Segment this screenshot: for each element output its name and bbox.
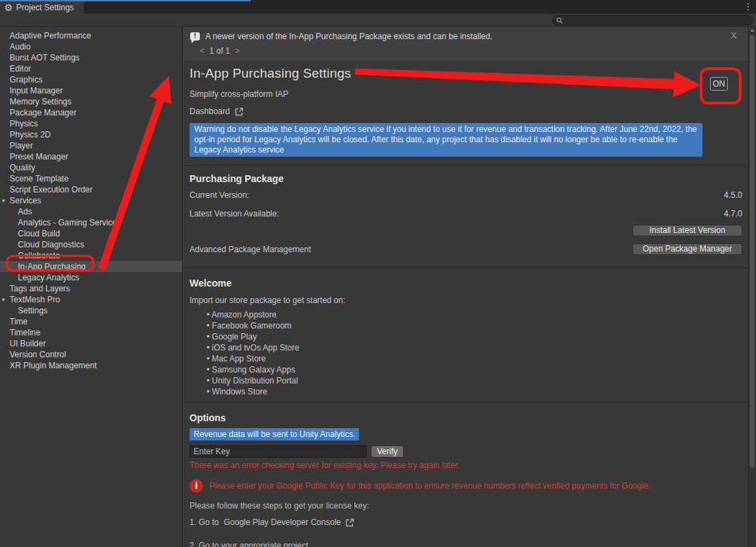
google-play-console-link[interactable]: Google Play Developer Console — [224, 517, 341, 527]
sidebar-item-analytics-gaming-services[interactable]: Analytics - Gaming Services — [0, 217, 182, 228]
sidebar-item-ui-builder[interactable]: UI Builder — [0, 338, 182, 349]
scrollbar-thumb[interactable] — [750, 35, 755, 468]
sidebar-item-burst-aot-settings[interactable]: Burst AOT Settings — [0, 52, 182, 63]
verify-button[interactable]: Verify — [371, 445, 404, 458]
latest-version-value: 4.7.0 — [724, 209, 742, 219]
sidebar-item-label: Quality — [10, 163, 35, 172]
sidebar-item-label: Cloud Build — [18, 229, 60, 238]
sidebar-item-label: Memory Settings — [10, 97, 71, 107]
sidebar-item-physics-2d[interactable]: Physics 2D — [0, 129, 182, 140]
sidebar-item-cloud-diagnostics[interactable]: Cloud Diagnostics — [0, 239, 182, 250]
legacy-analytics-warning: Warning do not disable the Legacy Analyt… — [190, 123, 702, 157]
store-list-item: Amazon Appstore — [207, 309, 742, 320]
sidebar-item-label: Analytics - Gaming Services — [18, 218, 121, 227]
sidebar-item-adaptive-performance[interactable]: Adaptive Performance — [0, 30, 182, 41]
sidebar-item-textmesh-pro[interactable]: ▼TextMesh Pro — [0, 294, 182, 305]
sidebar-item-time[interactable]: Time — [0, 316, 182, 327]
sidebar-item-label: Input Manager — [10, 86, 62, 96]
scroll-up-arrow-icon[interactable]: ▲ — [750, 27, 755, 32]
sidebar-item-preset-manager[interactable]: Preset Manager — [0, 151, 182, 162]
sidebar-item-tags-and-layers[interactable]: Tags and Layers — [0, 283, 182, 294]
sidebar-item-editor[interactable]: Editor — [0, 63, 182, 74]
tab-project-settings[interactable]: ⚙ Project Settings — [0, 1, 84, 14]
pager-next-icon[interactable]: > — [235, 46, 240, 56]
sidebar-item-ads[interactable]: Ads — [0, 206, 182, 217]
sidebar-item-memory-settings[interactable]: Memory Settings — [0, 96, 182, 107]
sidebar-item-in-app-purchasing[interactable]: In-App Purchasing — [0, 261, 182, 272]
sidebar-item-collaborate[interactable]: Collaborate — [0, 250, 182, 261]
sidebar-item-label: Scene Template — [10, 174, 69, 183]
kebab-menu-icon[interactable]: ⋮ — [744, 2, 753, 11]
sidebar-item-settings[interactable]: Settings — [0, 305, 182, 316]
notification-message: A newer version of the In-App Purchasing… — [205, 32, 492, 41]
sidebar-item-label: Preset Manager — [10, 152, 68, 161]
sidebar-item-version-control[interactable]: Version Control — [0, 349, 182, 360]
section-divider — [183, 402, 748, 403]
welcome-intro: Import our store package to get started … — [190, 295, 742, 305]
dashboard-link[interactable]: Dashboard — [190, 107, 230, 116]
sidebar-item-legacy-analytics[interactable]: Legacy Analytics — [0, 272, 182, 283]
sidebar-item-cloud-build[interactable]: Cloud Build — [0, 228, 182, 239]
settings-category-list: Adaptive PerformanceAudioBurst AOT Setti… — [0, 27, 183, 547]
steps-intro-text: Please follow these steps to get your li… — [190, 501, 742, 511]
sidebar-item-label: In-App Purchasing — [18, 262, 86, 271]
external-link-icon[interactable] — [235, 107, 244, 116]
options-heading: Options — [190, 412, 742, 423]
foldout-triangle-icon[interactable]: ▼ — [1, 295, 6, 306]
open-package-manager-button[interactable]: Open Package Manager — [632, 243, 742, 255]
pager-prev-icon[interactable]: < — [200, 46, 205, 56]
sidebar-item-label: Timeline — [10, 328, 41, 337]
error-info-icon — [190, 479, 203, 493]
sidebar-item-label: Player — [10, 141, 33, 150]
store-list-item: Samsung Galaxy Apps — [207, 364, 742, 375]
store-list-item: Mac App Store — [207, 353, 742, 364]
section-divider — [183, 267, 748, 268]
sidebar-item-input-manager[interactable]: Input Manager — [0, 85, 182, 96]
sidebar-item-label: Script Execution Order — [10, 185, 93, 194]
sidebar-item-script-execution-order[interactable]: Script Execution Order — [0, 184, 182, 195]
in-app-purchasing-panel: A newer version of the In-App Purchasing… — [183, 27, 748, 547]
page-title: In-App Purchasing Settings — [190, 66, 742, 81]
sidebar-item-label: Time — [10, 317, 27, 326]
sidebar-item-label: UI Builder — [10, 339, 46, 348]
notification-close-icon[interactable]: X — [731, 30, 737, 41]
section-divider — [183, 165, 748, 166]
sidebar-item-audio[interactable]: Audio — [0, 41, 182, 52]
settings-content: In-App Purchasing Settings Simplify cros… — [183, 66, 748, 547]
search-input[interactable] — [566, 16, 744, 25]
package-update-notification: A newer version of the In-App Purchasing… — [183, 27, 748, 62]
search-box[interactable] — [552, 15, 753, 25]
title-bar: ⚙ Project Settings ⋮ — [0, 0, 756, 14]
sidebar-item-scene-template[interactable]: Scene Template — [0, 173, 182, 184]
sidebar-item-physics[interactable]: Physics — [0, 118, 182, 129]
sidebar-item-label: Burst AOT Settings — [10, 53, 80, 63]
sidebar-item-xr-plugin-management[interactable]: XR Plugin Management — [0, 360, 182, 371]
foldout-triangle-icon[interactable]: ▼ — [1, 196, 6, 207]
sidebar-item-label: Collaborate — [18, 251, 60, 260]
sidebar-item-package-manager[interactable]: Package Manager — [0, 107, 182, 118]
sidebar-item-services[interactable]: ▼Services — [0, 195, 182, 206]
store-list-item: iOS and tvOs App Store — [207, 342, 742, 353]
notification-bubble-icon — [190, 32, 200, 41]
notification-pager: < 1 of 1 > — [200, 46, 741, 56]
sidebar-item-timeline[interactable]: Timeline — [0, 327, 182, 338]
current-version-value: 4.5.0 — [724, 190, 742, 200]
toolbar — [0, 14, 756, 27]
purchasing-package-heading: Purchasing Package — [190, 173, 742, 184]
sidebar-item-player[interactable]: Player — [0, 140, 182, 151]
sidebar-item-graphics[interactable]: Graphics — [0, 74, 182, 85]
store-list-item: Google Play — [207, 331, 742, 342]
sidebar-item-label: Editor — [10, 64, 31, 74]
tab-title: Project Settings — [16, 3, 74, 12]
search-icon — [556, 17, 563, 24]
install-latest-version-button[interactable]: Install Latest Version — [632, 225, 742, 236]
sidebar-item-label: XR Plugin Management — [10, 361, 97, 370]
sidebar-item-label: Settings — [18, 306, 47, 315]
sidebar-item-quality[interactable]: Quality — [0, 162, 182, 173]
advanced-package-management-label: Advanced Package Management — [190, 245, 311, 254]
vertical-scrollbar[interactable]: ▲ — [748, 27, 756, 547]
sidebar-item-label: Audio — [10, 42, 31, 52]
external-link-icon[interactable] — [345, 518, 354, 527]
google-key-input[interactable] — [190, 445, 367, 458]
sidebar-item-label: Legacy Analytics — [18, 273, 79, 282]
